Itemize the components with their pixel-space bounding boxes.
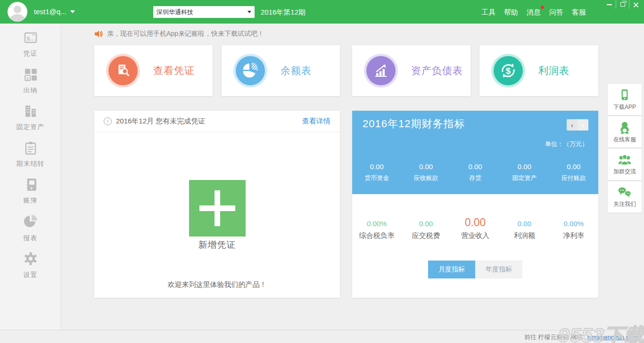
avatar-body	[10, 14, 25, 22]
menu-item-qa[interactable]: 问答	[548, 8, 564, 17]
stat-value: 0.00	[352, 163, 401, 171]
stat-value: 0.00	[500, 163, 549, 171]
restore-button[interactable]	[616, 0, 629, 9]
sidebar-item-reports[interactable]: 报表	[0, 214, 61, 243]
notification-dot	[541, 6, 544, 9]
dock-label: 下载APP	[613, 103, 636, 111]
dock-follow-us[interactable]: 关注我们	[608, 181, 642, 212]
window-controls	[603, 0, 642, 9]
app-promo-notice: 亲，现在可以用手机App来记账啦，快来下载试试吧！	[94, 30, 264, 38]
finance-panel: 2016年12期财务指标 ‹ › 单位：（万元） 0.00货币资金 0.00应收…	[352, 111, 598, 298]
select-caret-icon	[248, 11, 251, 13]
sidebar-item-fixed-assets[interactable]: 固定资产	[0, 104, 61, 131]
menu-item-tools[interactable]: 工具	[480, 8, 496, 17]
stat-label: 货币资金	[352, 174, 401, 182]
stat-label: 营业收入	[451, 231, 500, 240]
user-name: test1@q...	[34, 8, 66, 16]
company-select[interactable]: 深圳华通科技	[153, 6, 255, 18]
top-menu: 工具 帮助 消息 问答 客服	[480, 8, 587, 17]
sidebar-label: 报表	[24, 234, 38, 243]
stat-label: 综合税负率	[352, 231, 401, 240]
stat-label: 应收账款	[401, 174, 450, 182]
stat-value: 0.00%	[352, 220, 401, 228]
card-view-vouchers[interactable]: 查看凭证	[94, 45, 213, 96]
unit-label: 单位：（万元）	[545, 140, 588, 148]
plus-icon	[215, 190, 220, 226]
notice-text: 亲，现在可以用手机App来记账啦，快来下载试试吧！	[107, 30, 264, 38]
sidebar-item-settings[interactable]: 设置	[0, 251, 61, 279]
card-label: 查看凭证	[153, 64, 195, 77]
sidebar-item-cashier[interactable]: ¥ 出纳	[0, 67, 61, 95]
stat-monetary-funds: 0.00货币资金	[352, 163, 401, 182]
stat-taxes-payable: 0.00应交税费	[401, 220, 450, 240]
sidebar-label: 账簿	[24, 196, 38, 205]
sidebar-label: 固定资产	[17, 123, 45, 131]
card-balance-sheet[interactable]: 资产负债表	[352, 45, 471, 96]
restore-icon	[620, 2, 625, 7]
tab-monthly-indicators[interactable]: 月度指标	[428, 261, 475, 278]
period-end-icon	[23, 140, 38, 155]
avatar[interactable]	[8, 2, 27, 22]
footer-site-link[interactable]: ningmengyun.com	[587, 334, 637, 341]
dock-label: 在线客服	[613, 136, 636, 144]
finance-panel-blue-header: 2016年12期财务指标 ‹ › 单位：（万元） 0.00货币资金 0.00应收…	[352, 111, 598, 194]
stat-inventory: 0.00存货	[451, 163, 500, 182]
prev-period-button[interactable]: ‹	[567, 119, 578, 131]
sidebar-label: 凭证	[24, 49, 38, 58]
voucher-search-icon	[108, 56, 138, 85]
stat-payables: 0.00应付账款	[549, 163, 598, 182]
finance-tabs: 月度指标 年度指标	[352, 261, 598, 278]
stat-label: 应交税费	[401, 231, 450, 240]
stat-value: 0.00	[500, 220, 549, 228]
svg-text:¥: ¥	[26, 76, 28, 81]
menu-item-messages-label: 消息	[527, 8, 541, 16]
stat-label: 固定资产	[500, 174, 549, 182]
sidebar-item-period-end[interactable]: 期末结转	[0, 140, 61, 168]
side-dock: 下载APP 在线客服 加群交流 关注我们	[608, 84, 642, 214]
stat-value: 0.00%	[549, 220, 598, 228]
card-label: 余额表	[281, 64, 312, 77]
card-profit-table[interactable]: $ 利润表	[479, 45, 598, 96]
menu-item-messages[interactable]: 消息	[526, 8, 542, 17]
stat-value: 0.00	[401, 220, 450, 228]
stat-label: 净利率	[549, 231, 598, 240]
dock-online-support[interactable]: 在线客服	[608, 116, 642, 147]
voucher-panel-header: ! 2016年12月 您有未完成凭证 查看详情	[94, 111, 340, 132]
status-bar: 前往 柠檬云财税 网站 ningmengyun.com	[0, 330, 644, 343]
dock-join-group[interactable]: 加群交流	[608, 149, 642, 180]
menu-item-help[interactable]: 帮助	[503, 8, 519, 17]
ledger-icon: $	[23, 177, 38, 192]
footer-prefix: 前往 柠檬云财税 网站	[524, 334, 583, 341]
svg-text:$: $	[506, 66, 511, 76]
minimize-button[interactable]	[603, 0, 616, 9]
reports-icon	[23, 214, 39, 230]
sidebar-item-ledger[interactable]: $ 账簿	[0, 177, 61, 205]
card-balance-table[interactable]: 余额表	[222, 45, 340, 96]
wechat-icon	[618, 186, 632, 198]
minimize-icon	[607, 4, 612, 5]
dock-download-app[interactable]: 下载APP	[608, 84, 642, 115]
tab-yearly-indicators[interactable]: 年度指标	[475, 261, 522, 278]
stat-value: 0.00	[451, 163, 500, 171]
add-voucher-button[interactable]	[189, 180, 246, 237]
stat-value: 0.00	[451, 216, 500, 229]
add-voucher-label: 新增凭证	[94, 239, 340, 251]
avatar-head	[14, 6, 21, 13]
stat-value: 0.00	[549, 163, 598, 171]
stat-label: 利润额	[500, 231, 549, 240]
period-label: 2016年第12期	[261, 8, 305, 17]
stat-profit: 0.00利润额	[500, 220, 549, 240]
view-details-link[interactable]: 查看详情	[302, 117, 330, 126]
close-button[interactable]	[629, 0, 642, 9]
sidebar-item-voucher[interactable]: $… 凭证	[0, 30, 61, 58]
close-icon	[633, 2, 639, 8]
welcome-text: 欢迎来到这里体验我们的产品！	[94, 280, 340, 289]
footer-text: 前往 柠檬云财税 网站 ningmengyun.com	[524, 333, 637, 342]
menu-item-support[interactable]: 客服	[571, 8, 587, 17]
cashier-icon: ¥	[23, 67, 38, 82]
qq-penguin-icon	[618, 121, 631, 134]
stat-value: 0.00	[401, 163, 450, 171]
next-period-button[interactable]: ›	[578, 119, 588, 131]
user-menu[interactable]: test1@q...	[34, 8, 75, 16]
dock-label: 关注我们	[613, 200, 636, 208]
